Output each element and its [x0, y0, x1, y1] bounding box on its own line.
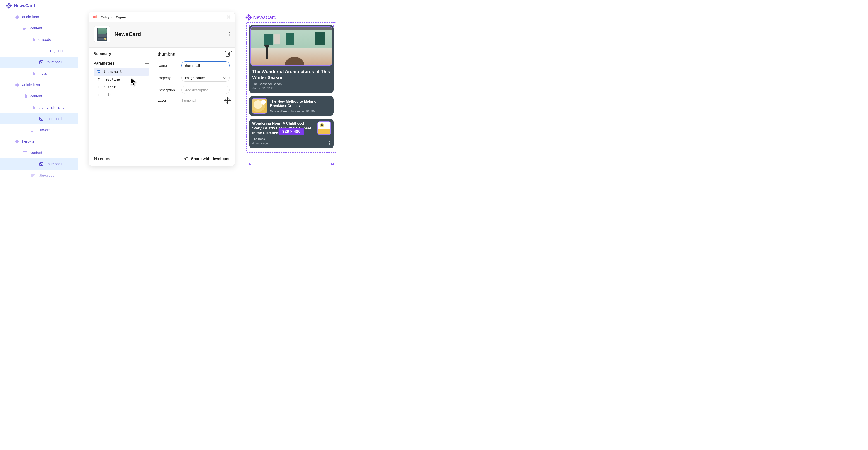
relay-logo-icon [93, 16, 98, 19]
summary-section[interactable]: Summary [94, 52, 149, 56]
selection-handle[interactable] [249, 163, 251, 165]
audio-time: 4 hours ago [252, 141, 331, 145]
tree-label: thumbnail-frame [38, 106, 65, 110]
text-param-icon: T [97, 93, 100, 97]
frame-icon [23, 150, 28, 155]
tree-label: thumbnail [46, 117, 62, 121]
hero-source: The Seasonal Sagas [252, 82, 331, 86]
tree-item-audio-item[interactable]: audio-item [0, 11, 78, 23]
image-icon [39, 60, 44, 65]
image-icon [39, 162, 44, 167]
name-input[interactable]: thumbnail [181, 61, 230, 69]
param-label: date [103, 93, 112, 97]
component-icon [14, 82, 20, 87]
tree-item-title-group[interactable]: title-group [0, 124, 78, 136]
plugin-title: Relay for Figma [100, 15, 126, 19]
add-parameter-icon[interactable] [145, 62, 149, 65]
tree-label: article-item [22, 83, 40, 87]
share-label: Share with developer [191, 157, 230, 161]
locate-layer-icon[interactable] [225, 98, 230, 103]
right-column: thumbnail Name thumbnail Property image-… [152, 48, 235, 152]
tree-item-hero-item[interactable]: hero-item [0, 136, 78, 147]
component-set-icon [6, 3, 11, 8]
audio-thumbnail[interactable] [317, 121, 331, 135]
audio-source: The Bees [252, 137, 331, 141]
param-date[interactable]: T date [94, 91, 149, 99]
tree-label: NewsCard [14, 3, 35, 8]
component-preview-thumbnail [94, 26, 110, 42]
tree-label: thumbnail [46, 162, 62, 166]
panel-footer: No errors Share with developer [89, 152, 235, 166]
detail-title: thumbnail [158, 52, 178, 57]
tree-label: audio-item [22, 15, 39, 19]
tree-item-article-item[interactable]: article-item [0, 79, 78, 90]
share-icon [184, 157, 188, 161]
autolayout-icon [31, 105, 36, 110]
param-label: thumbnail [103, 70, 122, 74]
layer-tree: NewsCard audio-item content episode titl… [0, 0, 78, 450]
name-label: Name [158, 64, 178, 67]
tree-item-title-group[interactable]: title-group [0, 45, 78, 57]
tree-item-meta[interactable]: meta [0, 68, 78, 79]
text-param-icon: T [97, 85, 100, 89]
tree-label: thumbnail [46, 60, 62, 64]
property-label: Property [158, 76, 178, 80]
canvas-preview: NewsCard The Wonderful Architectures of … [246, 15, 336, 152]
tree-item-episode[interactable]: episode [0, 34, 78, 45]
autolayout-icon [31, 37, 36, 42]
param-label: headline [103, 77, 120, 82]
description-input[interactable]: Add description [181, 86, 230, 94]
plugin-titlebar: Relay for Figma [89, 12, 235, 22]
close-icon[interactable] [226, 15, 230, 19]
hero-date: August 25, 2021 [252, 87, 331, 90]
canvas-title-text: NewsCard [253, 15, 276, 20]
article-source: Morning Break [270, 110, 289, 113]
tree-label: hero-item [22, 139, 37, 143]
param-headline[interactable]: T headline [94, 76, 149, 83]
component-set-icon [246, 15, 251, 20]
property-value: image-content [185, 76, 207, 80]
hero-card[interactable]: The Wonderful Architectures of This Wint… [249, 25, 334, 93]
parameters-section[interactable]: Parameters [94, 61, 115, 66]
more-menu-icon[interactable] [229, 32, 230, 36]
tree-item-content[interactable]: content [0, 23, 78, 34]
tree-item-thumbnail[interactable]: thumbnail [0, 113, 78, 124]
error-status: No errors [94, 157, 110, 161]
selection-bounds[interactable]: The Wonderful Architectures of This Wint… [246, 22, 336, 152]
hero-thumbnail[interactable] [250, 26, 332, 66]
tree-root-newscard[interactable]: NewsCard [0, 0, 78, 11]
tree-label: content [30, 26, 42, 30]
autolayout-icon [23, 94, 28, 99]
canvas-component-label[interactable]: NewsCard [246, 15, 336, 20]
left-column: Summary Parameters thumbnail T headline … [89, 48, 152, 152]
tree-item-content[interactable]: content [0, 147, 78, 159]
description-placeholder: Add description [185, 88, 209, 92]
article-thumbnail[interactable] [252, 98, 267, 114]
article-card[interactable]: The New Method to Making Breakfast Crepe… [249, 96, 334, 116]
selection-size-badge: 329 × 480 [279, 128, 304, 135]
frame-icon [23, 26, 28, 31]
tree-item-title-group[interactable]: title-group [0, 170, 78, 181]
frame-icon [31, 128, 36, 133]
component-name: NewsCard [114, 31, 141, 37]
chevron-down-icon [223, 76, 226, 79]
delete-icon[interactable] [225, 52, 230, 57]
tree-item-thumbnail[interactable]: thumbnail [0, 57, 78, 68]
tree-item-content[interactable]: content [0, 90, 78, 102]
selection-handle[interactable] [331, 163, 334, 165]
image-param-icon [97, 71, 100, 73]
param-thumbnail[interactable]: thumbnail [94, 68, 149, 76]
property-select[interactable]: image-content [181, 74, 230, 82]
tree-label: content [30, 94, 42, 98]
tree-item-thumbnail[interactable]: thumbnail [0, 159, 78, 170]
param-author[interactable]: T author [94, 83, 149, 91]
tree-label: title-group [38, 173, 55, 177]
tree-label: title-group [46, 49, 63, 53]
more-menu-icon[interactable] [329, 141, 330, 145]
component-icon [14, 15, 20, 20]
layer-value: thumbnail [178, 99, 225, 102]
tree-label: title-group [38, 128, 55, 132]
param-label: author [103, 85, 116, 89]
share-with-developer-button[interactable]: Share with developer [184, 157, 230, 161]
tree-item-thumbnail-frame[interactable]: thumbnail-frame [0, 102, 78, 113]
